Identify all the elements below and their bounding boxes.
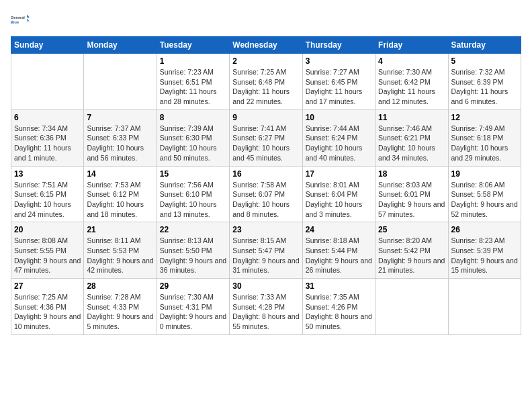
calendar-day-cell: 6Sunrise: 7:34 AM Sunset: 6:36 PM Daylig…	[11, 109, 84, 166]
calendar-day-cell: 9Sunrise: 7:41 AM Sunset: 6:27 PM Daylig…	[230, 109, 302, 166]
day-info: Sunrise: 7:28 AM Sunset: 4:33 PM Dayligh…	[87, 292, 153, 332]
day-info: Sunrise: 8:13 AM Sunset: 5:50 PM Dayligh…	[160, 236, 226, 275]
day-number: 6	[14, 113, 81, 122]
calendar-day-cell: 1Sunrise: 7:23 AM Sunset: 6:51 PM Daylig…	[157, 54, 229, 110]
day-info: Sunrise: 7:25 AM Sunset: 6:48 PM Dayligh…	[232, 67, 299, 107]
day-number: 14	[87, 169, 153, 179]
day-number: 26	[451, 225, 518, 234]
day-number: 17	[306, 169, 372, 179]
day-info: Sunrise: 8:15 AM Sunset: 5:47 PM Dayligh…	[232, 236, 299, 275]
day-info: Sunrise: 7:53 AM Sunset: 6:12 PM Dayligh…	[87, 180, 153, 220]
day-number: 13	[14, 169, 81, 179]
calendar-day-cell: 22Sunrise: 8:13 AM Sunset: 5:50 PM Dayli…	[157, 222, 229, 279]
day-number: 15	[160, 169, 226, 179]
day-number: 19	[451, 169, 518, 179]
calendar-day-cell: 8Sunrise: 7:39 AM Sunset: 6:30 PM Daylig…	[157, 109, 229, 166]
weekday-header-cell: Tuesday	[157, 37, 229, 54]
weekday-header-cell: Friday	[375, 37, 448, 54]
day-number: 28	[87, 281, 153, 291]
calendar-day-cell: 7Sunrise: 7:37 AM Sunset: 6:33 PM Daylig…	[84, 109, 157, 166]
calendar-day-cell: 28Sunrise: 7:28 AM Sunset: 4:33 PM Dayli…	[84, 279, 157, 335]
weekday-header-cell: Sunday	[11, 37, 84, 54]
calendar-day-cell: 27Sunrise: 7:25 AM Sunset: 4:36 PM Dayli…	[11, 279, 84, 335]
calendar-day-cell: 5Sunrise: 7:32 AM Sunset: 6:39 PM Daylig…	[448, 54, 521, 110]
day-number: 24	[306, 225, 372, 234]
day-number: 30	[232, 281, 299, 291]
calendar-day-cell: 2Sunrise: 7:25 AM Sunset: 6:48 PM Daylig…	[230, 54, 302, 110]
calendar-day-cell: 20Sunrise: 8:08 AM Sunset: 5:55 PM Dayli…	[11, 222, 84, 279]
day-number: 10	[306, 113, 372, 122]
calendar-day-cell: 3Sunrise: 7:27 AM Sunset: 6:45 PM Daylig…	[302, 54, 375, 110]
day-info: Sunrise: 7:39 AM Sunset: 6:30 PM Dayligh…	[160, 124, 226, 163]
day-info: Sunrise: 7:25 AM Sunset: 4:36 PM Dayligh…	[14, 292, 81, 332]
day-info: Sunrise: 7:56 AM Sunset: 6:10 PM Dayligh…	[160, 180, 226, 220]
calendar-day-cell: 26Sunrise: 8:23 AM Sunset: 5:39 PM Dayli…	[448, 222, 521, 279]
day-info: Sunrise: 7:34 AM Sunset: 6:36 PM Dayligh…	[14, 124, 81, 163]
day-number: 9	[232, 113, 299, 122]
day-info: Sunrise: 7:35 AM Sunset: 4:26 PM Dayligh…	[306, 292, 372, 332]
calendar-day-cell: 18Sunrise: 8:03 AM Sunset: 6:01 PM Dayli…	[375, 166, 448, 222]
day-info: Sunrise: 7:23 AM Sunset: 6:51 PM Dayligh…	[160, 67, 226, 107]
day-info: Sunrise: 8:08 AM Sunset: 5:55 PM Dayligh…	[14, 236, 81, 275]
calendar-day-cell: 17Sunrise: 8:01 AM Sunset: 6:04 PM Dayli…	[302, 166, 375, 222]
calendar-day-cell	[11, 54, 84, 110]
calendar-table: SundayMondayTuesdayWednesdayThursdayFrid…	[11, 36, 521, 335]
day-info: Sunrise: 7:44 AM Sunset: 6:24 PM Dayligh…	[306, 124, 372, 163]
weekday-header-cell: Monday	[84, 37, 157, 54]
svg-text:Blue: Blue	[11, 20, 19, 24]
calendar-day-cell: 10Sunrise: 7:44 AM Sunset: 6:24 PM Dayli…	[302, 109, 375, 166]
svg-text:General: General	[11, 15, 25, 19]
svg-marker-2	[27, 15, 30, 18]
day-info: Sunrise: 8:18 AM Sunset: 5:44 PM Dayligh…	[306, 236, 372, 275]
calendar-day-cell: 11Sunrise: 7:46 AM Sunset: 6:21 PM Dayli…	[375, 109, 448, 166]
day-info: Sunrise: 8:06 AM Sunset: 5:58 PM Dayligh…	[451, 180, 518, 220]
day-info: Sunrise: 7:46 AM Sunset: 6:21 PM Dayligh…	[378, 124, 445, 163]
logo: General Blue	[11, 11, 30, 30]
day-number: 1	[160, 56, 226, 66]
calendar-day-cell: 30Sunrise: 7:33 AM Sunset: 4:28 PM Dayli…	[230, 279, 302, 335]
day-number: 2	[232, 56, 299, 66]
calendar-day-cell	[448, 279, 521, 335]
day-number: 22	[160, 225, 226, 234]
calendar-week-row: 6Sunrise: 7:34 AM Sunset: 6:36 PM Daylig…	[11, 109, 521, 166]
calendar-body: 1Sunrise: 7:23 AM Sunset: 6:51 PM Daylig…	[11, 54, 521, 335]
day-info: Sunrise: 7:27 AM Sunset: 6:45 PM Dayligh…	[306, 67, 372, 107]
logo-icon: General Blue	[11, 11, 30, 30]
calendar-day-cell: 14Sunrise: 7:53 AM Sunset: 6:12 PM Dayli…	[84, 166, 157, 222]
day-info: Sunrise: 7:41 AM Sunset: 6:27 PM Dayligh…	[232, 124, 299, 163]
calendar-day-cell: 19Sunrise: 8:06 AM Sunset: 5:58 PM Dayli…	[448, 166, 521, 222]
day-info: Sunrise: 7:33 AM Sunset: 4:28 PM Dayligh…	[232, 292, 299, 332]
day-info: Sunrise: 8:11 AM Sunset: 5:53 PM Dayligh…	[87, 236, 153, 275]
calendar-week-row: 27Sunrise: 7:25 AM Sunset: 4:36 PM Dayli…	[11, 279, 521, 335]
day-info: Sunrise: 7:30 AM Sunset: 4:31 PM Dayligh…	[160, 292, 226, 332]
day-number: 11	[378, 113, 445, 122]
weekday-header-cell: Wednesday	[230, 37, 302, 54]
day-number: 21	[87, 225, 153, 234]
calendar-day-cell: 21Sunrise: 8:11 AM Sunset: 5:53 PM Dayli…	[84, 222, 157, 279]
day-info: Sunrise: 7:58 AM Sunset: 6:07 PM Dayligh…	[232, 180, 299, 220]
calendar-day-cell: 15Sunrise: 7:56 AM Sunset: 6:10 PM Dayli…	[157, 166, 229, 222]
calendar-day-cell: 24Sunrise: 8:18 AM Sunset: 5:44 PM Dayli…	[302, 222, 375, 279]
calendar-day-cell: 4Sunrise: 7:30 AM Sunset: 6:42 PM Daylig…	[375, 54, 448, 110]
day-number: 3	[306, 56, 372, 66]
calendar-day-cell: 16Sunrise: 7:58 AM Sunset: 6:07 PM Dayli…	[230, 166, 302, 222]
svg-marker-3	[27, 18, 30, 21]
calendar-day-cell: 25Sunrise: 8:20 AM Sunset: 5:42 PM Dayli…	[375, 222, 448, 279]
calendar-week-row: 20Sunrise: 8:08 AM Sunset: 5:55 PM Dayli…	[11, 222, 521, 279]
day-number: 25	[378, 225, 445, 234]
weekday-header-cell: Saturday	[448, 37, 521, 54]
calendar-day-cell	[375, 279, 448, 335]
page-header: General Blue	[11, 11, 521, 30]
calendar-day-cell: 29Sunrise: 7:30 AM Sunset: 4:31 PM Dayli…	[157, 279, 229, 335]
day-number: 29	[160, 281, 226, 291]
day-info: Sunrise: 8:01 AM Sunset: 6:04 PM Dayligh…	[306, 180, 372, 220]
calendar-day-cell	[84, 54, 157, 110]
day-number: 7	[87, 113, 153, 122]
day-number: 23	[232, 225, 299, 234]
day-number: 16	[232, 169, 299, 179]
day-info: Sunrise: 8:23 AM Sunset: 5:39 PM Dayligh…	[451, 236, 518, 275]
day-number: 18	[378, 169, 445, 179]
weekday-header-row: SundayMondayTuesdayWednesdayThursdayFrid…	[11, 37, 521, 54]
day-info: Sunrise: 8:20 AM Sunset: 5:42 PM Dayligh…	[378, 236, 445, 275]
day-number: 12	[451, 113, 518, 122]
